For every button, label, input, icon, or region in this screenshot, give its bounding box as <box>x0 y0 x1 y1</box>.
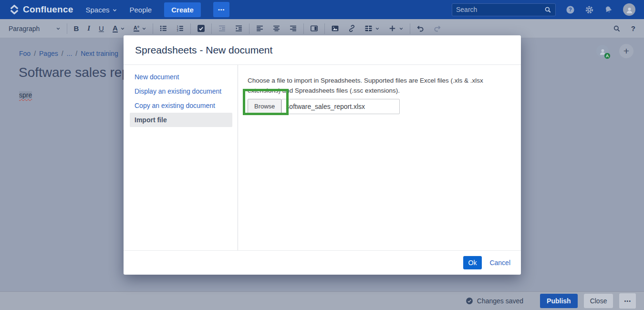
outdent-icon <box>218 24 226 32</box>
dialog-sidebar-item[interactable]: Import file <box>130 113 232 127</box>
breadcrumb-link[interactable]: Next training <box>81 50 118 57</box>
toolbar-divider <box>67 23 67 34</box>
insert-more-button[interactable] <box>388 24 404 32</box>
paragraph-style-label: Paragraph <box>9 25 40 32</box>
editing-user-avatar[interactable]: A <box>596 45 609 57</box>
search-input[interactable] <box>456 6 544 13</box>
dialog-sidebar: New documentDisplay an existing document… <box>124 65 238 250</box>
dialog-body: New documentDisplay an existing document… <box>124 65 521 250</box>
bold-button[interactable]: B <box>73 24 79 32</box>
breadcrumb-link[interactable]: Foo <box>19 50 31 57</box>
insert-link-button[interactable] <box>348 24 356 32</box>
undo-button[interactable] <box>416 24 425 32</box>
bottom-more-button[interactable]: ••• <box>619 293 636 309</box>
svg-text:3: 3 <box>177 29 179 32</box>
avatar-status-badge: A <box>604 53 611 59</box>
dialog-sidebar-item[interactable]: Copy an existing document <box>130 98 232 113</box>
nav-left: Confluence Spaces People Create ••• <box>10 2 229 17</box>
indent-button[interactable] <box>235 24 243 32</box>
filename-input[interactable] <box>281 99 400 114</box>
breadcrumb-separator: / <box>34 50 36 57</box>
ok-button[interactable]: Ok <box>463 256 482 269</box>
dialog-header: Spreadsheets - New document <box>124 35 521 65</box>
help-icon[interactable]: ? <box>566 5 575 14</box>
breadcrumb-link[interactable]: Pages <box>39 50 58 57</box>
nav-right: ? <box>452 3 635 16</box>
user-avatar[interactable] <box>623 3 635 16</box>
page-actions: A + <box>596 44 634 58</box>
align-right-icon <box>289 24 297 32</box>
bullet-list-icon <box>159 24 167 32</box>
dialog-footer: Ok Cancel <box>124 250 521 275</box>
dialog-title: Spreadsheets - New document <box>135 44 272 56</box>
import-description: Choose a file to import in Spreadsheets.… <box>248 75 501 96</box>
italic-button[interactable]: I <box>87 24 90 32</box>
nav-more-button[interactable]: ••• <box>213 2 230 17</box>
insert-image-button[interactable] <box>331 24 339 32</box>
page-title: Software sales rep <box>19 65 129 80</box>
top-nav: Confluence Spaces People Create ••• ? <box>0 0 644 19</box>
search-icon[interactable] <box>544 6 551 13</box>
chevron-down-icon <box>112 8 117 13</box>
chevron-down-icon <box>56 26 61 31</box>
create-button[interactable]: Create <box>164 2 201 17</box>
toolbar-divider <box>410 23 410 34</box>
confluence-logo-icon <box>10 5 19 14</box>
publish-button[interactable]: Publish <box>540 294 578 308</box>
browse-button[interactable]: Browse <box>248 99 281 114</box>
image-icon <box>331 24 339 32</box>
svg-text:?: ? <box>569 7 572 12</box>
breadcrumb-link[interactable]: ... <box>67 50 73 57</box>
link-icon <box>348 24 356 32</box>
notifications-bell-icon[interactable] <box>604 5 613 14</box>
save-status-label: Changes saved <box>477 297 523 305</box>
task-list-button[interactable] <box>197 24 205 32</box>
dialog-sidebar-item[interactable]: New document <box>130 70 232 84</box>
align-right-button[interactable] <box>289 24 297 32</box>
chevron-down-icon <box>120 26 125 31</box>
toolbar-divider <box>303 23 304 34</box>
plus-icon <box>388 24 396 32</box>
global-search-box[interactable] <box>452 3 556 16</box>
toolbar-divider <box>324 23 325 34</box>
nav-people[interactable]: People <box>130 6 152 14</box>
cancel-link[interactable]: Cancel <box>489 259 510 267</box>
gear-icon[interactable] <box>585 5 594 14</box>
align-left-button[interactable] <box>256 24 264 32</box>
paragraph-style-select[interactable]: Paragraph <box>9 25 61 32</box>
redo-button <box>433 24 441 32</box>
import-file-panel: Choose a file to import in Spreadsheets.… <box>238 65 521 250</box>
editor-bottom-bar: Changes saved Publish Close ••• <box>0 291 644 310</box>
align-center-icon <box>272 24 280 32</box>
insert-table-button[interactable] <box>364 24 380 32</box>
align-left-icon <box>256 24 264 32</box>
more-formatting-button[interactable]: A° <box>134 25 146 32</box>
indent-icon <box>235 24 243 32</box>
confluence-logo[interactable]: Confluence <box>10 4 73 15</box>
breadcrumb-separator: / <box>75 50 77 57</box>
task-checkbox-icon <box>197 24 205 32</box>
dialog-sidebar-item[interactable]: Display an existing document <box>130 84 232 98</box>
numbered-list-button[interactable]: 123 <box>176 24 184 32</box>
editor-help-icon[interactable]: ? <box>631 24 635 32</box>
close-button[interactable]: Close <box>584 294 613 308</box>
bullet-list-button[interactable] <box>159 24 167 32</box>
file-picker-row: Browse <box>248 99 511 114</box>
nav-spaces[interactable]: Spaces <box>85 6 117 14</box>
table-icon <box>364 24 373 32</box>
underline-button[interactable]: U <box>99 24 104 32</box>
page-layout-button[interactable] <box>310 24 318 32</box>
invite-add-button[interactable]: + <box>619 44 634 58</box>
spreadsheets-dialog: Spreadsheets - New document New document… <box>124 35 521 275</box>
text-color-button[interactable]: A <box>113 24 125 32</box>
confluence-logo-text: Confluence <box>23 4 73 15</box>
chevron-down-icon <box>399 26 404 31</box>
outdent-button <box>218 24 226 32</box>
editor-search-icon[interactable] <box>613 25 621 32</box>
selected-body-text[interactable]: spre <box>19 91 32 99</box>
check-circle-icon <box>466 297 473 305</box>
undo-icon <box>416 24 425 32</box>
person-icon <box>625 6 634 14</box>
align-center-button[interactable] <box>272 24 280 32</box>
toolbar-divider <box>211 23 212 34</box>
